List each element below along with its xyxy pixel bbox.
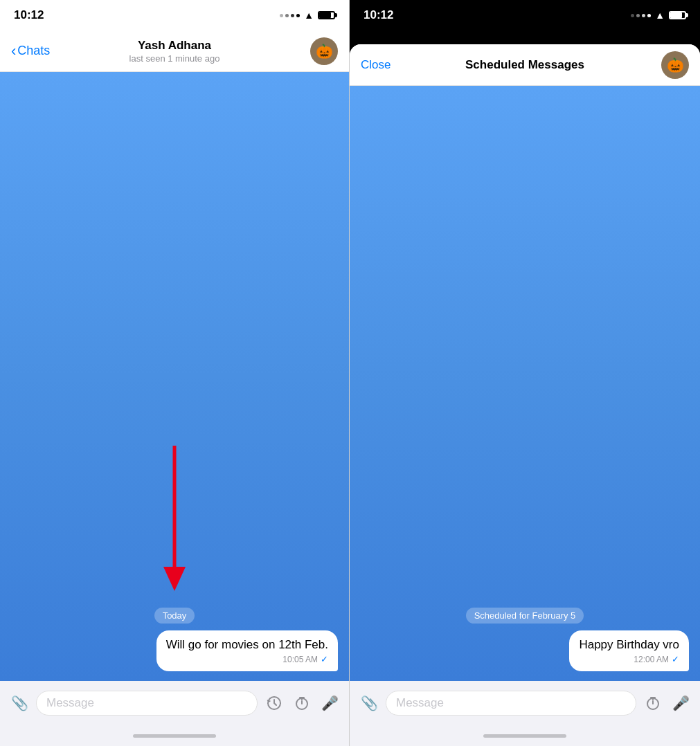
input-placeholder: Message xyxy=(46,696,94,710)
right-timer-icon[interactable] xyxy=(642,692,664,714)
right-phone-panel: 10:12 ▲ Close Scheduled Messages 🎃 xyxy=(350,0,700,746)
back-button[interactable]: ‹ Chats xyxy=(11,42,50,60)
microphone-icon[interactable]: 🎤 xyxy=(318,692,341,714)
last-seen: last seen 1 minute ago xyxy=(129,53,220,64)
scheduled-chat-area: Scheduled for February 5 Happy Birthday … xyxy=(350,86,700,681)
wifi-icon: ▲ xyxy=(304,10,314,21)
home-bar xyxy=(133,734,216,738)
signal-icon-right xyxy=(631,14,651,17)
contact-name: Yash Adhana xyxy=(138,39,211,53)
red-arrow-annotation xyxy=(154,446,195,598)
check-mark-icon: ✓ xyxy=(321,654,328,664)
left-status-time: 10:12 xyxy=(14,8,44,22)
right-status-icons: ▲ xyxy=(631,10,686,21)
chat-area: Today Will go for movies on 12th Feb. 10… xyxy=(0,72,349,681)
signal-icon xyxy=(280,14,300,17)
scheduled-check-icon: ✓ xyxy=(672,654,679,664)
right-home-bar xyxy=(483,734,566,738)
scheduled-message-time: 12:00 AM xyxy=(634,655,669,664)
back-label[interactable]: Chats xyxy=(17,44,50,58)
scheduled-message-meta: 12:00 AM ✓ xyxy=(579,654,679,664)
battery-icon-right xyxy=(669,11,686,19)
left-phone-panel: 10:12 ▲ ‹ Chats Yash Adhana last seen 1 … xyxy=(0,0,350,746)
left-status-bar: 10:12 ▲ xyxy=(0,0,349,30)
chevron-left-icon: ‹ xyxy=(11,42,16,60)
message-time: 10:05 AM xyxy=(282,655,318,664)
right-nav-center: Scheduled Messages xyxy=(465,58,584,72)
right-microphone-icon[interactable]: 🎤 xyxy=(670,692,692,714)
right-status-time: 10:12 xyxy=(364,8,393,22)
right-message-input[interactable]: Message xyxy=(386,691,636,716)
left-nav-bar: ‹ Chats Yash Adhana last seen 1 minute a… xyxy=(0,30,349,72)
avatar-emoji: 🎃 xyxy=(316,43,333,60)
attachment-icon[interactable]: 📎 xyxy=(8,692,30,714)
left-status-icons: ▲ xyxy=(280,10,335,21)
date-chip: Today xyxy=(154,608,195,624)
left-input-bar: 📎 Message 🎤 xyxy=(0,681,349,725)
right-avatar-emoji: 🎃 xyxy=(667,57,684,73)
close-button[interactable]: Close xyxy=(361,58,391,72)
battery-icon xyxy=(318,11,335,19)
right-home-indicator xyxy=(350,725,700,746)
svg-marker-1 xyxy=(163,567,186,591)
message-bubble: Will go for movies on 12th Feb. 10:05 AM… xyxy=(156,630,338,671)
message-meta: 10:05 AM ✓ xyxy=(166,654,328,664)
left-message-input[interactable]: Message xyxy=(36,691,258,716)
scheduled-message-text: Happy Birthday vro xyxy=(579,637,679,653)
right-input-bar: 📎 Message 🎤 xyxy=(350,681,700,725)
scheduled-message-bubble: Happy Birthday vro 12:00 AM ✓ xyxy=(569,630,689,671)
scheduled-clock-icon[interactable] xyxy=(263,692,285,714)
right-nav-bar: Close Scheduled Messages 🎃 xyxy=(350,44,700,86)
timer-icon[interactable] xyxy=(291,692,313,714)
right-status-bar: 10:12 ▲ xyxy=(350,0,700,30)
right-avatar[interactable]: 🎃 xyxy=(661,51,689,79)
home-indicator xyxy=(0,725,349,746)
scheduled-chip: Scheduled for February 5 xyxy=(466,608,584,624)
right-attachment-icon[interactable]: 📎 xyxy=(358,692,380,714)
message-text: Will go for movies on 12th Feb. xyxy=(166,637,328,653)
scheduled-messages-modal: Close Scheduled Messages 🎃 Scheduled for… xyxy=(350,44,700,746)
avatar[interactable]: 🎃 xyxy=(310,37,338,65)
wifi-icon-right: ▲ xyxy=(655,10,665,21)
nav-center: Yash Adhana last seen 1 minute ago xyxy=(129,39,220,64)
scheduled-title: Scheduled Messages xyxy=(465,58,584,72)
right-input-placeholder: Message xyxy=(396,696,444,710)
